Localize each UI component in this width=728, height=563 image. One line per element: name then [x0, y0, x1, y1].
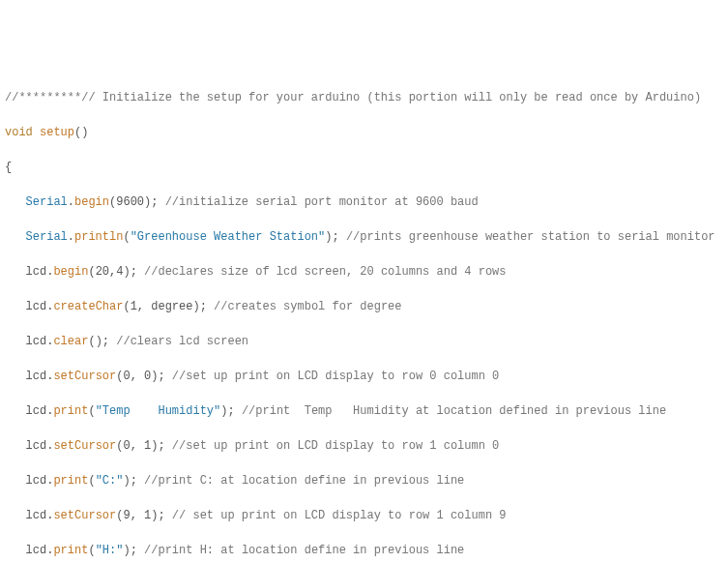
code-line: lcd.begin(20,4); //declares size of lcd …: [5, 263, 723, 281]
method: setCursor: [53, 509, 116, 522]
code-line: lcd.clear(); //clears lcd screen: [5, 333, 723, 350]
string: "C:": [96, 474, 124, 488]
code-line: lcd.setCursor(0, 0); //set up print on L…: [5, 368, 723, 385]
code-block: //*********// Initialize the setup for y…: [5, 72, 723, 563]
comment: //print C: at location define in previou…: [144, 474, 464, 488]
code-line: lcd.setCursor(0, 1); //set up print on L…: [5, 437, 723, 455]
comment: // set up print on LCD display to row 1 …: [172, 509, 507, 522]
comment: //set up print on LCD display to row 1 c…: [172, 439, 499, 453]
comment: //*********// Initialize the setup for y…: [5, 91, 701, 104]
comment: //prints greenhouse weather station to s…: [346, 230, 715, 244]
method: setCursor: [53, 370, 116, 383]
comment: //clears lcd screen: [116, 335, 248, 348]
comment: //print Temp Humidity at location define…: [242, 404, 666, 418]
string: "Greenhouse Weather Station": [131, 230, 326, 244]
code-line: Serial.begin(9600); //initialize serial …: [5, 193, 723, 211]
method: print: [53, 404, 88, 418]
object: Serial: [5, 230, 68, 244]
method: println: [74, 230, 123, 244]
comment: //print H: at location define in previou…: [144, 544, 464, 557]
method: begin: [53, 265, 88, 279]
code-line: lcd.createChar(1, degree); //creates sym…: [5, 298, 723, 315]
method: clear: [53, 335, 88, 348]
punct: (): [74, 126, 88, 139]
string: "Temp Humidity": [96, 404, 221, 418]
method: print: [53, 474, 88, 488]
method: begin: [74, 195, 109, 209]
code-line: lcd.print("C:"); //print C: at location …: [5, 472, 723, 489]
object: Serial: [5, 195, 68, 209]
code-line: lcd.setCursor(9, 1); // set up print on …: [5, 507, 723, 524]
code-line: lcd.print("H:"); //print H: at location …: [5, 542, 723, 559]
code-line: //*********// Initialize the setup for y…: [5, 89, 723, 106]
function-name: setup: [33, 126, 74, 139]
comment: //declares size of lcd screen, 20 column…: [144, 265, 506, 279]
method: setCursor: [53, 439, 116, 453]
keyword: void: [5, 126, 33, 139]
method: createChar: [53, 300, 123, 313]
code-line: Serial.println("Greenhouse Weather Stati…: [5, 228, 723, 246]
code-line: void setup(): [5, 124, 723, 141]
string: "H:": [96, 544, 124, 557]
comment: //creates symbol for degree: [214, 300, 401, 313]
comment: //initialize serial port monitor at 9600…: [165, 195, 479, 209]
code-line: lcd.print("Temp Humidity"); //print Temp…: [5, 402, 723, 420]
brace: {: [5, 161, 12, 174]
code-line: {: [5, 159, 723, 176]
method: print: [53, 544, 88, 557]
comment: //set up print on LCD display to row 0 c…: [172, 370, 499, 383]
